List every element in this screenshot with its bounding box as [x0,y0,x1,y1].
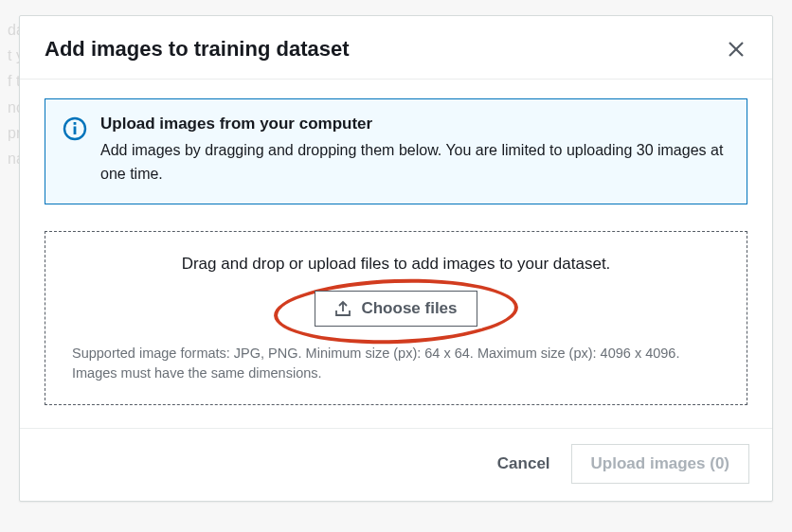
modal-header: Add images to training dataset [20,16,772,80]
modal-body: Upload images from your computer Add ima… [20,80,772,428]
add-images-modal: Add images to training dataset Upload im… [19,15,773,502]
choose-files-wrap: Choose files [72,291,720,327]
info-alert: Upload images from your computer Add ima… [45,98,747,204]
info-title: Upload images from your computer [100,115,729,133]
close-button[interactable] [725,38,747,61]
modal-footer: Cancel Upload images (0) [20,428,772,501]
upload-images-button[interactable]: Upload images (0) [571,444,749,484]
info-description: Add images by dragging and dropping them… [100,139,729,186]
file-dropzone[interactable]: Drag and drop or upload files to add ima… [45,231,747,405]
supported-formats-text: Supported image formats: JPG, PNG. Minim… [72,344,720,383]
upload-icon [334,300,351,317]
close-icon [727,40,746,59]
modal-title: Add images to training dataset [45,37,350,62]
choose-files-button[interactable]: Choose files [315,291,477,327]
svg-rect-4 [74,122,77,125]
svg-rect-3 [74,127,77,135]
cancel-button[interactable]: Cancel [490,445,558,483]
choose-files-label: Choose files [361,299,457,318]
info-icon [63,115,87,145]
info-text: Upload images from your computer Add ima… [100,115,729,186]
dropzone-instruction: Drag and drop or upload files to add ima… [72,255,720,274]
